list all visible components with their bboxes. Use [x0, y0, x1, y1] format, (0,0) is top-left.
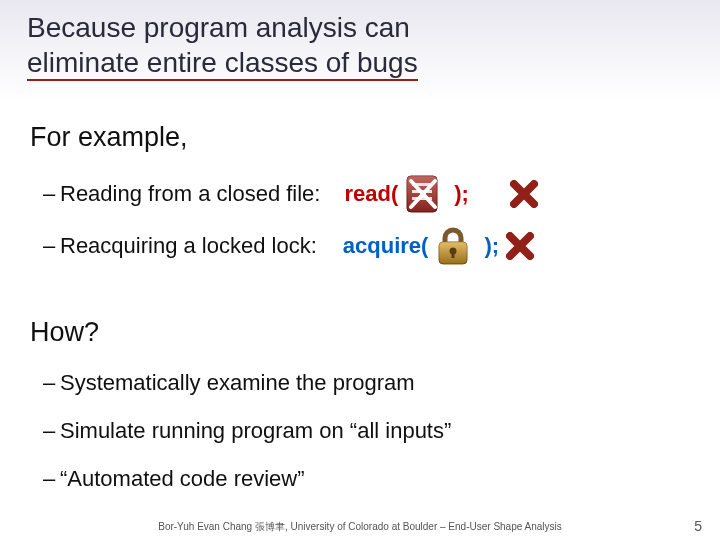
example-row: – Reading from a closed file: read(: [38, 169, 690, 219]
bullet-dash: –: [38, 466, 60, 492]
code-close: );: [448, 181, 469, 207]
how-label: How?: [30, 317, 690, 348]
how-list: – Systematically examine the program – S…: [30, 370, 690, 492]
for-example-label: For example,: [30, 122, 690, 153]
bullet-dash: –: [38, 233, 60, 259]
list-item: – “Automated code review”: [38, 466, 690, 492]
file-x-icon: [398, 171, 448, 217]
example-row: – Reacquiring a locked lock: acquire(: [38, 221, 690, 271]
example-desc: Reading from a closed file:: [60, 181, 320, 207]
code-call: read(: [338, 181, 398, 207]
svg-rect-8: [452, 251, 455, 258]
title-line1: Because program analysis can: [27, 12, 410, 43]
how-item-text: Simulate running program on “all inputs”: [60, 418, 451, 444]
list-item: – Simulate running program on “all input…: [38, 418, 690, 444]
page-number: 5: [694, 518, 702, 534]
slide-body: For example, – Reading from a closed fil…: [0, 100, 720, 514]
bullet-dash: –: [38, 370, 60, 396]
lock-icon: [428, 223, 478, 269]
list-item: – Systematically examine the program: [38, 370, 690, 396]
slide-title: Because program analysis can eliminate e…: [27, 10, 720, 80]
footer-text: Bor-Yuh Evan Chang 張博聿, University of Co…: [0, 520, 720, 534]
how-item-text: “Automated code review”: [60, 466, 305, 492]
x-cross-icon: [505, 231, 535, 261]
bullet-dash: –: [38, 181, 60, 207]
code-close: );: [478, 233, 499, 259]
code-call: acquire(: [337, 233, 429, 259]
x-cross-icon: [509, 179, 539, 209]
title-line2: eliminate entire classes of bugs: [27, 47, 418, 81]
example-desc: Reacquiring a locked lock:: [60, 233, 317, 259]
title-band: Because program analysis can eliminate e…: [0, 0, 720, 100]
bullet-dash: –: [38, 418, 60, 444]
how-item-text: Systematically examine the program: [60, 370, 415, 396]
